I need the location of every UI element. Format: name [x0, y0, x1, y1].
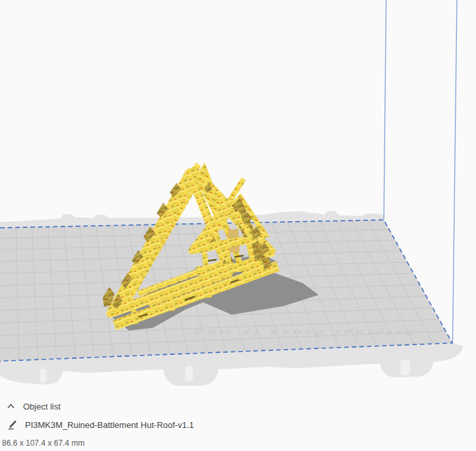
pencil-icon	[7, 419, 18, 430]
bed-tab-slot	[185, 366, 193, 381]
bed-watermark-text: Original Prusa i3 MK3	[189, 328, 418, 336]
object-list-panel: Object list PI3MK3M_Ruined-Battlement Hu…	[0, 395, 476, 451]
object-list-title: Object list	[23, 402, 61, 411]
chevron-up-icon[interactable]	[5, 401, 16, 411]
object-item-name: PI3MK3M_Ruined-Battlement Hut-Roof-v1.1	[25, 420, 194, 430]
bed-tab-slot	[40, 369, 47, 383]
model-dimensions: 86.6 x 107.4 x 67.4 mm	[2, 438, 84, 448]
object-list-item[interactable]: PI3MK3M_Ruined-Battlement Hut-Roof-v1.1	[7, 419, 194, 430]
object-list-header[interactable]: Object list	[5, 401, 61, 411]
viewport-3d[interactable]: Original Prusa i3 MK3	[0, 0, 476, 395]
volume-edge-front-right	[453, 0, 458, 343]
volume-edge-back-right	[384, 0, 386, 220]
bed-tab-slot	[400, 359, 410, 375]
